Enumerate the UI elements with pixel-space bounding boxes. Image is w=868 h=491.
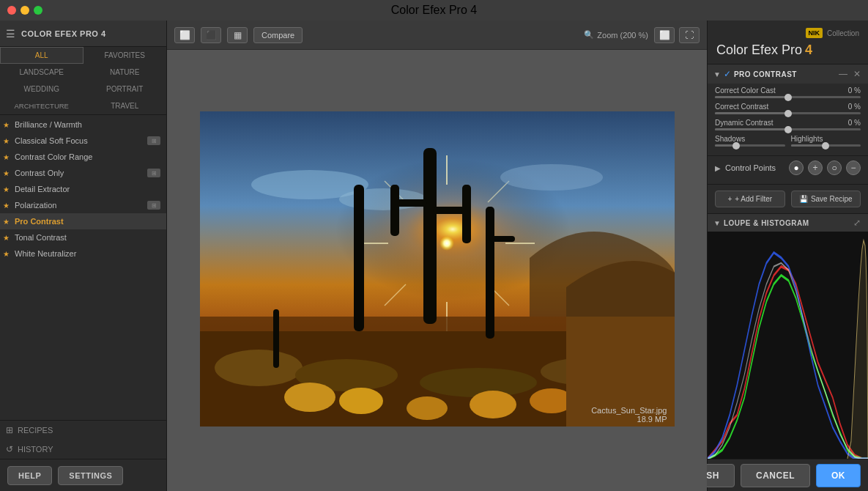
bottom-bar: HELP SETTINGS: [0, 459, 166, 491]
tab-nature[interactable]: NATURE: [84, 64, 167, 81]
tab-favorites[interactable]: FAVORITES: [84, 47, 167, 64]
toolbar-right: ⬜ ⛶: [654, 27, 700, 43]
svg-point-22: [339, 388, 383, 414]
view-split-v-icon[interactable]: ▦: [227, 27, 248, 43]
minimize-button[interactable]: [21, 6, 29, 15]
control-points-section: ▶ Control Points ● + ○ −: [708, 156, 868, 184]
add-filter-button[interactable]: + + Add Filter: [715, 191, 785, 207]
save-icon: 💾: [799, 195, 808, 203]
star-icon: ★: [3, 137, 12, 145]
ok-button[interactable]: OK: [816, 464, 861, 487]
filter-item-brilliance-warmth[interactable]: ★ Brilliance / Warmth: [0, 117, 166, 133]
histogram-chart: [708, 232, 868, 459]
pro-contrast-header[interactable]: ▼ ✓ PRO CONTRAST — ✕: [708, 64, 868, 84]
tab-all[interactable]: ALL: [0, 47, 84, 64]
toolbar: ⬜ ⬛ ▦ Compare 🔍 Zoom (200 %) ⬜ ⛶: [167, 21, 707, 50]
param-correct-color-cast: Correct Color Cast 0 %: [708, 84, 868, 100]
app-title: Color Efex Pro: [716, 43, 802, 58]
star-icon: ★: [3, 121, 12, 129]
loupe-title: LOUPE & HISTOGRAM: [724, 219, 849, 227]
tab-landscape[interactable]: LANDSCAPE: [0, 64, 84, 81]
filter-item-detail-extractor[interactable]: ★ Detail Extractor: [0, 181, 166, 197]
star-icon: ★: [3, 185, 12, 193]
cp-plus-button[interactable]: +: [808, 160, 823, 175]
settings-button[interactable]: SETTINGS: [58, 466, 123, 485]
correct-contrast-slider[interactable]: [715, 112, 861, 114]
sidebar: ☰ COLOR EFEX PRO 4 ALL FAVORITES LANDSCA…: [0, 21, 167, 491]
filter-item-contrast-color-range[interactable]: ★ Contrast Color Range: [0, 149, 166, 165]
nik-collection-label: Collection: [827, 29, 859, 37]
section-close-icon[interactable]: ✕: [852, 69, 862, 79]
chevron-down-icon: ▼: [713, 219, 721, 227]
history-button[interactable]: ↺ HISTORY: [0, 440, 166, 459]
svg-rect-30: [462, 185, 471, 243]
tab-portrait[interactable]: PORTRAIT: [84, 81, 167, 97]
svg-point-13: [500, 164, 603, 191]
history-icon: ↺: [6, 444, 13, 454]
svg-point-24: [470, 391, 516, 418]
recipes-icon: ⊞: [6, 425, 13, 435]
filter-item-white-neutralizer[interactable]: ★ White Neutralizer: [0, 246, 166, 262]
control-points-header: ▶ Control Points ● + ○ −: [715, 160, 861, 175]
correct-color-cast-label: Correct Color Cast: [715, 86, 776, 95]
star-icon: ★: [3, 153, 12, 161]
fullscreen-icon[interactable]: ⛶: [679, 27, 700, 43]
filter-badge: ⊞: [147, 201, 160, 210]
star-icon: ★: [3, 234, 12, 242]
megapixels-label: 18.9 MP: [591, 415, 667, 424]
filter-item-polarization[interactable]: ★ Polarization ⊞: [0, 197, 166, 213]
filter-item-pro-contrast[interactable]: ★ Pro Contrast: [0, 213, 166, 229]
main-layout: ☰ COLOR EFEX PRO 4 ALL FAVORITES LANDSCA…: [0, 21, 868, 491]
compare-button[interactable]: Compare: [253, 27, 303, 43]
fit-icon[interactable]: ⬜: [654, 27, 675, 43]
filter-item-classical-soft-focus[interactable]: ★ Classical Soft Focus ⊞: [0, 133, 166, 149]
tab-wedding[interactable]: WEDDING: [0, 81, 84, 97]
traffic-lights: [7, 6, 42, 15]
filename-label: Cactus_Sun_Star.jpg: [591, 406, 667, 415]
svg-point-18: [420, 368, 537, 397]
close-button[interactable]: [7, 6, 16, 15]
dynamic-contrast-slider[interactable]: [715, 128, 861, 130]
loupe-header[interactable]: ▼ LOUPE & HISTOGRAM ⤢: [708, 214, 868, 232]
cancel-button[interactable]: CANCEL: [741, 464, 810, 487]
maximize-button[interactable]: [34, 6, 42, 15]
zoom-label: 🔍 Zoom (200 %): [584, 30, 648, 40]
filter-item-tonal-contrast[interactable]: ★ Tonal Contrast: [0, 229, 166, 246]
shadows-slider[interactable]: [715, 144, 785, 147]
titlebar: Color Efex Pro 4: [0, 0, 868, 21]
menu-icon[interactable]: ☰: [6, 28, 15, 40]
photo-container: Cactus_Sun_Star.jpg 18.9 MP: [200, 111, 675, 429]
center-panel: ⬜ ⬛ ▦ Compare 🔍 Zoom (200 %) ⬜ ⛶: [167, 21, 707, 491]
view-split-h-icon[interactable]: ⬛: [201, 27, 221, 43]
recipes-button[interactable]: ⊞ RECIPES: [0, 421, 166, 440]
correct-contrast-label: Correct Contrast: [715, 103, 768, 111]
tab-architecture[interactable]: ARCHITECTURE: [0, 97, 84, 114]
svg-point-10: [439, 236, 454, 251]
chevron-right-icon[interactable]: ▶: [715, 164, 721, 172]
svg-rect-32: [486, 207, 494, 339]
dynamic-contrast-label: Dynamic Contrast: [715, 119, 773, 127]
category-tabs: ALL FAVORITES LANDSCAPE NATURE WEDDING P…: [0, 47, 166, 115]
loupe-expand-icon[interactable]: ⤢: [852, 218, 862, 228]
cp-subtract-button[interactable]: ○: [827, 160, 842, 175]
star-icon: ★: [3, 218, 12, 226]
svg-rect-28: [390, 185, 399, 236]
dynamic-contrast-value: 0 %: [848, 119, 861, 127]
help-button[interactable]: HELP: [7, 466, 52, 485]
tab-travel[interactable]: TRAVEL: [84, 97, 167, 114]
filter-item-contrast-only[interactable]: ★ Contrast Only ⊞: [0, 165, 166, 181]
cp-minus-button[interactable]: −: [846, 160, 861, 175]
section-minus-icon[interactable]: —: [837, 69, 849, 79]
star-icon: ★: [3, 250, 12, 258]
cp-add-positive-button[interactable]: ●: [789, 160, 804, 175]
svg-rect-31: [354, 185, 364, 331]
view-single-icon[interactable]: ⬜: [174, 27, 195, 43]
highlights-slider[interactable]: [791, 144, 861, 147]
save-recipe-button[interactable]: 💾 Save Recipe: [791, 191, 861, 207]
svg-rect-26: [423, 148, 437, 324]
window-title: Color Efex Pro 4: [391, 4, 477, 17]
plus-icon: +: [727, 195, 732, 203]
sidebar-title: COLOR EFEX PRO 4: [21, 29, 106, 38]
pro-contrast-section: ▼ ✓ PRO CONTRAST — ✕ Correct Color Cast …: [708, 64, 868, 156]
correct-color-cast-slider[interactable]: [715, 96, 861, 98]
